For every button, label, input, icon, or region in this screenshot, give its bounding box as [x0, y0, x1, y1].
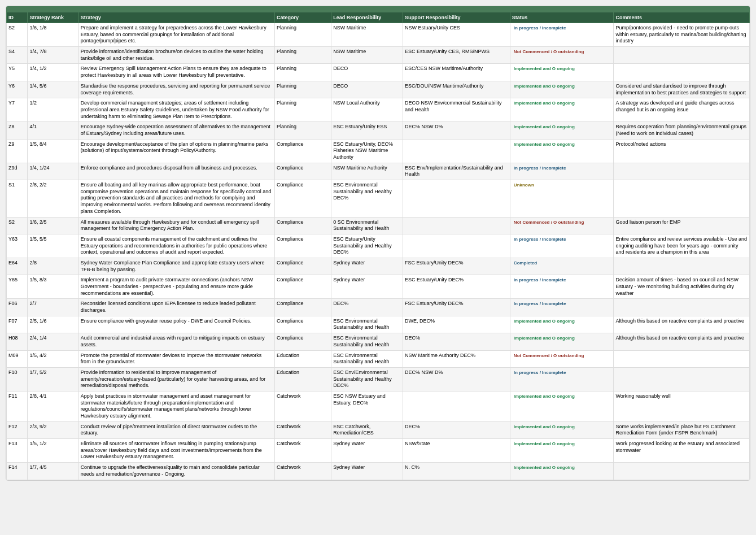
cell-support: ESC Env/Implementation/Sustainability an…	[403, 163, 510, 180]
cell-strategy: Standardise the response procedures, ser…	[78, 81, 274, 98]
cell-lead: NSW Maritime	[331, 23, 403, 47]
cell-status: Implemented and O ongoing	[510, 122, 614, 139]
table-body: S2 1/6, 1/8 Prepare and implement a stra…	[7, 23, 750, 480]
status-badge: In progress / Incomplete	[512, 301, 567, 307]
cell-category: Compliance	[274, 316, 331, 333]
cell-status: In progress / Incomplete	[510, 299, 614, 316]
col-header-lead: Lead Responsibility	[331, 12, 403, 23]
cell-rank: 1/4, 1/2	[28, 64, 78, 81]
cell-strategy: Continue to upgrade the effectiveness/qu…	[78, 463, 274, 480]
cell-rank: 1/6, 1/8	[28, 23, 78, 47]
cell-strategy: Apply best practices in stormwater manag…	[78, 391, 274, 421]
cell-rank: 2/4, 1/4	[28, 333, 78, 350]
status-badge: Implemented and O ongoing	[512, 66, 576, 72]
col-header-strategy: Strategy	[78, 12, 274, 23]
cell-rank: 1/4, 7/8	[28, 47, 78, 64]
col-header-comments: Comments	[614, 12, 750, 23]
table-row: H08 2/4, 1/4 Audit commercial and indust…	[7, 333, 750, 350]
cell-support: ESC Estuary/Unity CES, RMS/NPWS	[403, 47, 510, 64]
page-title	[6, 6, 750, 12]
status-badge: Implemented and O ongoing	[512, 464, 576, 471]
cell-support: DEC%	[403, 333, 510, 350]
cell-status: Implemented and O ongoing	[510, 391, 614, 421]
cell-strategy: Reconsider licensed conditions upon IEPA…	[78, 299, 274, 316]
cell-id: F10	[7, 367, 28, 391]
cell-id: Z9d	[7, 163, 28, 180]
cell-support	[403, 139, 510, 163]
cell-status: Implemented and O ongoing	[510, 81, 614, 98]
cell-category: Planning	[274, 98, 331, 122]
cell-rank: 2/8, 2/2	[28, 180, 78, 217]
cell-support: DEC%	[403, 421, 510, 438]
cell-id: F13	[7, 439, 28, 463]
status-badge: In progress / Incomplete	[512, 236, 567, 243]
cell-category: Compliance	[274, 299, 331, 316]
cell-strategy: Ensure compliance with greywater reuse p…	[78, 316, 274, 333]
cell-lead: Sydney Water	[331, 258, 403, 275]
cell-support: DWE, DEC%	[403, 316, 510, 333]
cell-category: Catchwork	[274, 421, 331, 438]
cell-status: In progress / Incomplete	[510, 234, 614, 258]
cell-strategy: Provide information/identification broch…	[78, 47, 274, 64]
cell-comments: Pump/pontoons provided - need to promote…	[614, 23, 750, 47]
cell-status: Implemented and O ongoing	[510, 421, 614, 438]
cell-category: Compliance	[274, 234, 331, 258]
cell-lead: ESC Estuary/Unity Sustainability and Hea…	[331, 234, 403, 258]
cell-status: Implemented and O ongoing	[510, 98, 614, 122]
cell-category: Catchwork	[274, 391, 331, 421]
cell-rank: 2/8	[28, 258, 78, 275]
cell-lead: ESC Environmental Sustainability and Hea…	[331, 316, 403, 333]
status-badge: Not Commenced / O outstanding	[512, 353, 585, 359]
cell-comments	[614, 180, 750, 217]
cell-rank: 1/7, 5/2	[28, 367, 78, 391]
cell-rank: 1/5, 8/4	[28, 139, 78, 163]
cell-comments: Requires cooperation from planning/envir…	[614, 122, 750, 139]
status-badge: Implemented and O ongoing	[512, 393, 576, 400]
cell-rank: 4/1	[28, 122, 78, 139]
cell-status: In progress / Incomplete	[510, 163, 614, 180]
cell-id: F11	[7, 391, 28, 421]
cell-lead: ESC Environmental Sustainability and Hea…	[331, 333, 403, 350]
table-row: S2 1/6, 2/5 All measures available throu…	[7, 217, 750, 234]
status-badge: Implemented and O ongoing	[512, 141, 576, 148]
cell-rank: 1/6, 2/5	[28, 217, 78, 234]
cell-support	[403, 391, 510, 421]
cell-support	[403, 217, 510, 234]
status-badge: In progress / Incomplete	[512, 25, 567, 32]
cell-rank: 2/8, 4/1	[28, 391, 78, 421]
cell-lead: DECO	[331, 64, 403, 81]
status-badge: Implemented and O ongoing	[512, 335, 576, 342]
cell-strategy: Encourage Sydney-wide cooperation assess…	[78, 122, 274, 139]
table-row: Z8 4/1 Encourage Sydney-wide cooperation…	[7, 122, 750, 139]
status-badge: In progress / Incomplete	[512, 369, 567, 376]
status-badge: Implemented and O ongoing	[512, 424, 576, 430]
cell-strategy: Enforce compliance and procedures dispos…	[78, 163, 274, 180]
cell-id: S2	[7, 23, 28, 47]
cell-lead: ESC Environmental Sustainability and Hea…	[331, 180, 403, 217]
cell-comments	[614, 463, 750, 480]
cell-support: NSW/State	[403, 439, 510, 463]
cell-lead: ESC NSW Estuary and Estuary, DEC%	[331, 391, 403, 421]
cell-comments	[614, 163, 750, 180]
cell-id: S1	[7, 180, 28, 217]
cell-lead: ESC Estuary/Unity, DEC% Fisheries NSW Ma…	[331, 139, 403, 163]
cell-rank: 1/7, 4/5	[28, 463, 78, 480]
table-row: F06 2/7 Reconsider licensed conditions u…	[7, 299, 750, 316]
cell-strategy: Ensure all coastal components management…	[78, 234, 274, 258]
strategy-table: ID Strategy Rank Strategy Category Lead …	[6, 12, 750, 480]
cell-strategy: Audit commercial and industrial areas wi…	[78, 333, 274, 350]
main-container: ID Strategy Rank Strategy Category Lead …	[6, 6, 750, 481]
status-badge: In progress / Incomplete	[512, 165, 567, 172]
table-row: Y6 1/4, 5/6 Standardise the response pro…	[7, 81, 750, 98]
cell-support: ESC/CES NSW Maritime/Authority	[403, 64, 510, 81]
cell-id: F06	[7, 299, 28, 316]
cell-support	[403, 234, 510, 258]
table-row: Y63 1/5, 5/5 Ensure all coastal componen…	[7, 234, 750, 258]
cell-strategy: Develop commercial management strategies…	[78, 98, 274, 122]
cell-rank: 1/5, 4/2	[28, 350, 78, 367]
cell-status: Completed	[510, 258, 614, 275]
table-row: Y65 1/5, 8/3 Implement a program to audi…	[7, 275, 750, 299]
cell-strategy: Implement a program to audit private sto…	[78, 275, 274, 299]
cell-id: E64	[7, 258, 28, 275]
cell-lead: ESC Environmental Sustainability and Hea…	[331, 350, 403, 367]
